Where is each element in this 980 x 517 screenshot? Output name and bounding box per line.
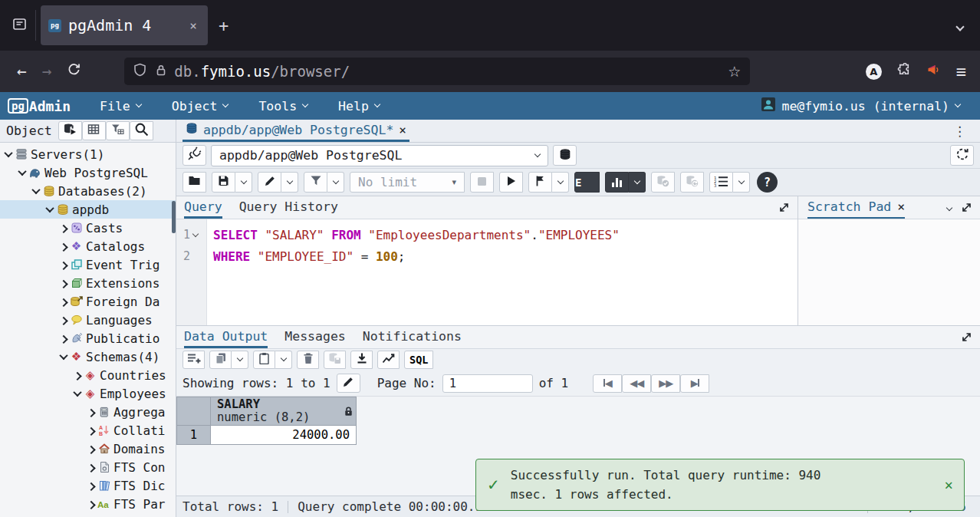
tree-item-appdb[interactable]: appdb [0, 200, 176, 219]
tree-item-casts[interactable]: Casts [0, 219, 176, 237]
row-limit-select[interactable]: No limit▾ [350, 172, 465, 193]
tab-data-output[interactable]: Data Output [184, 326, 268, 348]
menu-file[interactable]: File [100, 99, 141, 114]
macros-button-dropdown[interactable] [733, 172, 750, 193]
expand-icon[interactable] [86, 446, 97, 452]
expand-icon[interactable] [58, 317, 69, 323]
shield-icon[interactable] [133, 63, 146, 80]
megaphone-extension-icon[interactable] [926, 63, 941, 80]
tree-item-foreign-da[interactable]: Foreign Da [0, 292, 176, 311]
menu-help[interactable]: Help [338, 99, 380, 114]
tree-item-domains[interactable]: Domains [0, 440, 176, 458]
sql-button[interactable]: SQL [404, 351, 433, 369]
rollback-button[interactable] [680, 172, 704, 193]
tree-item-fts-par[interactable]: AaFTS Par [0, 495, 176, 513]
tree-item-servers-1[interactable]: Servers(1) [0, 145, 176, 163]
tab-query[interactable]: Query [184, 196, 222, 219]
lock-icon[interactable] [156, 64, 166, 80]
copy-button-dropdown[interactable] [232, 351, 248, 369]
expand-icon[interactable] [58, 280, 69, 286]
bookmark-star-icon[interactable]: ☆ [728, 63, 741, 80]
page-next-button[interactable]: ▶▶ [651, 374, 680, 393]
forward-button[interactable]: → [35, 59, 60, 84]
delete-row-button[interactable] [297, 351, 319, 369]
collapse-icon[interactable] [58, 354, 69, 360]
close-icon[interactable]: × [897, 199, 905, 214]
sidebar-scrollbar[interactable] [172, 201, 176, 233]
tree-item-employees[interactable]: ◈Employees [0, 384, 176, 403]
tab-query-history[interactable]: Query History [239, 196, 338, 219]
reload-button[interactable] [59, 59, 89, 84]
menu-tools[interactable]: Tools [258, 99, 307, 114]
tab-close-icon[interactable]: × [186, 17, 200, 35]
expand-icon[interactable] [72, 372, 83, 378]
collapse-icon[interactable] [17, 170, 28, 176]
collapse-icon[interactable] [3, 151, 14, 157]
expand-icon[interactable] [961, 331, 972, 346]
close-icon[interactable]: × [399, 123, 406, 137]
edit-button-dropdown[interactable] [281, 172, 298, 193]
expand-icon[interactable] [86, 427, 97, 433]
tab-scratch-pad[interactable]: Scratch Pad × [807, 196, 905, 219]
scratch-pad-body[interactable] [798, 219, 980, 325]
paste-button-dropdown[interactable] [275, 351, 292, 369]
edit-rows-button[interactable] [337, 374, 360, 393]
filter-button-dropdown[interactable] [327, 172, 344, 193]
connection-select[interactable]: appdb/app@Web PostgreSQL [211, 145, 548, 166]
download-button[interactable] [350, 351, 373, 369]
tree-item-fts-dic[interactable]: FTS Dic [0, 476, 176, 495]
address-bar[interactable]: db. fymio.us /browser/ ☆ [124, 58, 750, 85]
grid-corner-cell[interactable] [177, 397, 211, 426]
search-objects-button[interactable] [130, 121, 153, 140]
tree-item-languages[interactable]: Languages [0, 311, 176, 329]
save-button[interactable] [212, 172, 235, 193]
expand-icon[interactable] [58, 298, 69, 305]
filtered-rows-button[interactable] [106, 121, 130, 140]
commit-button[interactable] [651, 172, 675, 193]
expand-icon[interactable] [86, 464, 97, 470]
query-tool-button[interactable] [58, 121, 82, 140]
edit-button[interactable] [258, 172, 281, 193]
data-cell[interactable]: 24000.00 [211, 426, 357, 445]
collapse-icon[interactable] [31, 188, 41, 194]
browser-tab-pgadmin[interactable]: pg pgAdmin 4 × [41, 5, 208, 45]
user-menu[interactable]: me@fymio.us (internal) [761, 97, 960, 114]
explain-analyze-button-dropdown[interactable] [629, 172, 646, 193]
expand-icon[interactable] [961, 202, 972, 216]
tab-messages[interactable]: Messages [284, 326, 345, 348]
back-button[interactable]: ← [9, 59, 35, 84]
tree-item-collati[interactable]: ABCollati [0, 421, 176, 440]
page-prev-button[interactable]: ◀◀ [622, 374, 651, 393]
menu-object[interactable]: Object [172, 99, 229, 114]
expand-icon[interactable] [86, 501, 97, 507]
fold-icon[interactable] [192, 230, 199, 236]
tree-item-schemas-4[interactable]: ❖Schemas(4) [0, 347, 176, 366]
close-icon[interactable]: × [945, 476, 953, 493]
chevron-down-icon[interactable] [946, 204, 952, 210]
explain-button[interactable]: E [574, 172, 600, 193]
new-tab-button[interactable]: + [219, 16, 229, 35]
page-last-button[interactable]: ▶ [680, 374, 709, 393]
explain-analyze-button[interactable] [605, 172, 629, 193]
tab-query-tool[interactable]: appdb/app@Web PostgreSQL* × [183, 120, 409, 142]
expand-icon[interactable] [58, 335, 69, 341]
page-number-input[interactable] [442, 374, 533, 393]
tree-item-foreign-tables[interactable] [0, 513, 176, 517]
save-button-dropdown[interactable] [235, 172, 252, 193]
kebab-menu-icon[interactable]: ⋮ [953, 123, 966, 139]
graph-visualiser-button[interactable] [377, 351, 400, 369]
tab-notifications[interactable]: Notifications [363, 326, 462, 348]
tree-item-aggrega[interactable]: Aggrega [0, 403, 176, 421]
tree-item-event-trig[interactable]: Event Trig [0, 255, 176, 274]
tree-item-web-postgresql[interactable]: Web PostgreSQL [0, 163, 176, 182]
expand-icon[interactable] [86, 482, 97, 489]
execute-options-button[interactable] [528, 172, 552, 193]
view-data-button[interactable] [82, 121, 106, 140]
add-row-button[interactable] [183, 351, 205, 369]
execute-options-button-dropdown[interactable] [552, 172, 569, 193]
filter-button[interactable] [304, 172, 327, 193]
expand-icon[interactable] [86, 409, 97, 415]
execute-button[interactable] [499, 172, 523, 193]
copy-button[interactable] [209, 351, 232, 369]
column-header-salary[interactable]: SALARYnumeric (8,2) [211, 397, 357, 426]
